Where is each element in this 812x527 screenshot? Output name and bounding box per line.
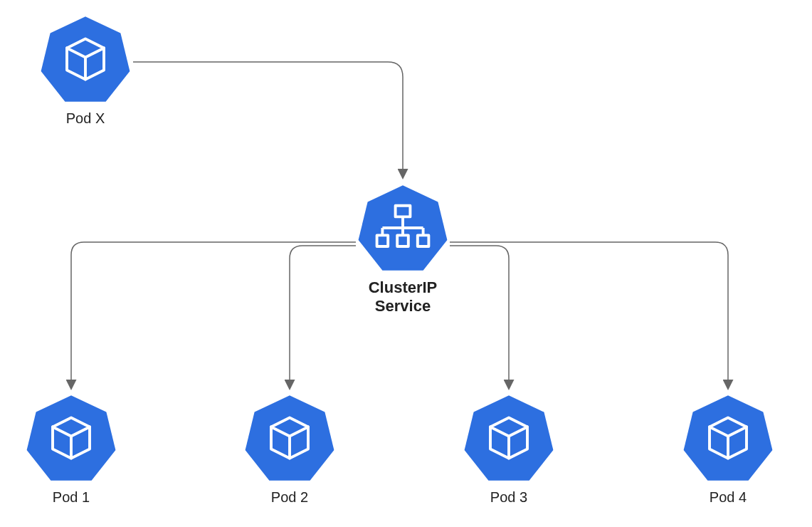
service-label: ClusterIP Service [357,278,449,316]
pod3-label: Pod 3 [463,489,555,506]
pod4-label: Pod 4 [682,489,774,506]
node-service: ClusterIP Service [357,182,449,316]
pod4-heptagon [682,392,774,484]
node-podx: Pod X [39,13,132,127]
pod2-heptagon [243,392,336,484]
pod3-heptagon [463,392,555,484]
pod2-label: Pod 2 [243,489,336,506]
pod1-heptagon [25,392,117,484]
edge-service-pod2 [290,246,356,388]
podx-heptagon [39,13,132,105]
podx-label: Pod X [39,110,132,127]
node-pod3: Pod 3 [463,392,555,506]
node-pod2: Pod 2 [243,392,336,506]
edge-podx-service [133,62,403,177]
service-heptagon [357,182,449,274]
pod1-label: Pod 1 [25,489,117,506]
edge-service-pod1 [71,242,356,388]
node-pod4: Pod 4 [682,392,774,506]
node-pod1: Pod 1 [25,392,117,506]
edge-service-pod3 [450,246,509,388]
edge-service-pod4 [450,242,728,388]
